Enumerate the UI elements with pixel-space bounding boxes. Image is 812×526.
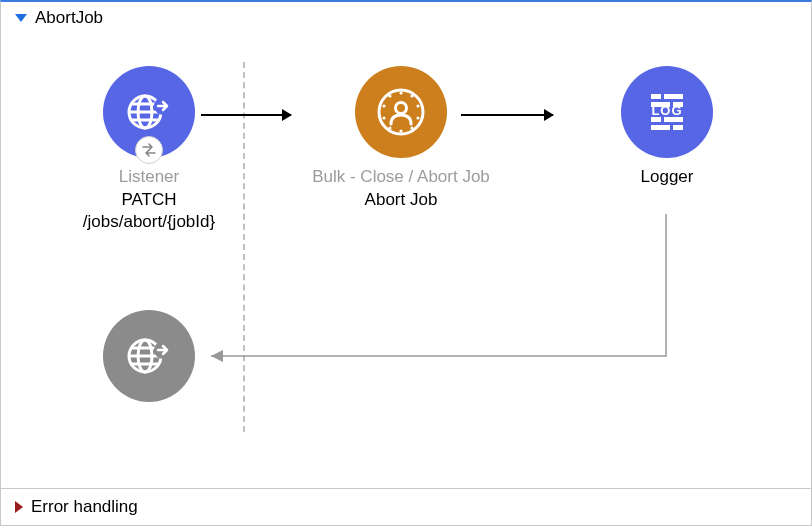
svg-point-10 xyxy=(416,104,419,107)
svg-rect-20 xyxy=(664,94,683,99)
section-title: AbortJob xyxy=(35,8,103,28)
flow-canvas: Listener PATCH /jobs/abort/{jobId} xyxy=(1,34,811,488)
svg-point-18 xyxy=(396,103,407,114)
svg-point-17 xyxy=(388,94,391,97)
abort-node[interactable]: Bulk - Close / Abort Job Abort Job xyxy=(291,66,511,211)
listener-node[interactable]: Listener PATCH /jobs/abort/{jobId} xyxy=(59,66,239,233)
response-node[interactable] xyxy=(59,310,239,402)
svg-point-14 xyxy=(388,126,391,129)
svg-rect-19 xyxy=(651,94,661,99)
svg-rect-26 xyxy=(673,125,683,130)
logger-node[interactable]: LOG Logger xyxy=(577,66,757,188)
logger-icon: LOG xyxy=(621,66,713,158)
svg-point-9 xyxy=(410,94,413,97)
svg-point-15 xyxy=(382,116,385,119)
error-section-title: Error handling xyxy=(31,497,138,517)
error-section-header[interactable]: Error handling xyxy=(1,488,811,525)
chevron-down-icon xyxy=(15,14,27,22)
svg-point-11 xyxy=(416,116,419,119)
abort-label: Abort Job xyxy=(291,189,511,211)
svg-point-16 xyxy=(382,104,385,107)
abort-subtitle: Bulk - Close / Abort Job xyxy=(291,166,511,187)
flow-container: AbortJob xyxy=(0,0,812,526)
listener-subtitle: Listener xyxy=(59,166,239,187)
logger-label: Logger xyxy=(577,166,757,188)
source-boundary-line xyxy=(243,62,245,432)
listener-label: PATCH /jobs/abort/{jobId} xyxy=(59,189,239,233)
response-badge-icon xyxy=(135,136,163,164)
svg-point-13 xyxy=(399,129,402,132)
chevron-right-icon xyxy=(15,501,23,513)
svg-point-8 xyxy=(399,91,402,94)
svg-text:LOG: LOG xyxy=(651,103,682,118)
bulk-icon xyxy=(355,66,447,158)
http-listener-icon xyxy=(103,66,195,158)
svg-point-12 xyxy=(410,126,413,129)
svg-rect-25 xyxy=(651,125,670,130)
section-header[interactable]: AbortJob xyxy=(1,2,811,34)
http-response-icon xyxy=(103,310,195,402)
